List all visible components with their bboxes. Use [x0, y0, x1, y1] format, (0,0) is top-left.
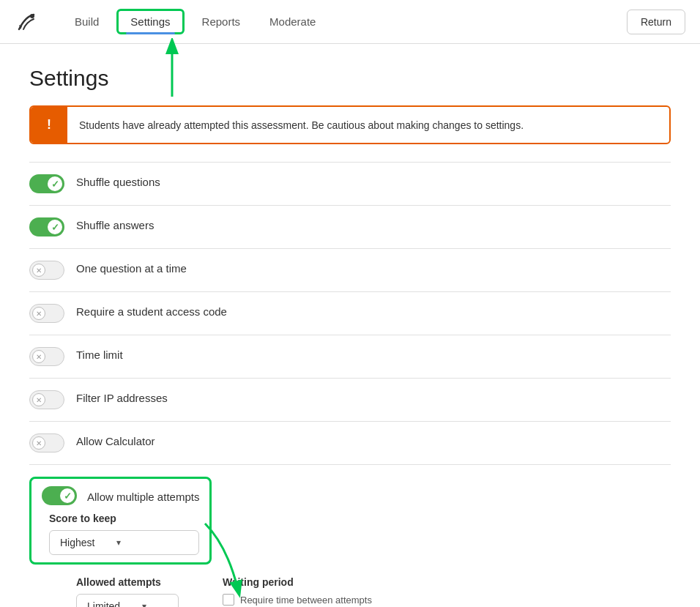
score-to-keep-select[interactable]: Highest ▾ — [49, 530, 199, 555]
setting-time-limit: ✕ Time limit — [29, 335, 671, 379]
multiple-attempts-top: ✓ Allow multiple attempts Score to keep … — [29, 477, 671, 565]
label-multiple-attempts: Allow multiple attempts — [87, 489, 199, 503]
score-to-keep: Score to keep Highest ▾ — [49, 513, 199, 555]
label-access-code: Require a student access code — [76, 304, 227, 318]
setting-access-code: ✕ Require a student access code — [29, 292, 671, 335]
settings-list: ✓ Shuffle questions ✓ Shuffle answers ✕ — [29, 162, 671, 607]
toggle-time-limit[interactable]: ✕ — [29, 347, 64, 366]
score-to-keep-chevron-icon: ▾ — [116, 537, 121, 548]
nav-build[interactable]: Build — [60, 2, 113, 41]
main-content: Settings ! Students have already attempt… — [0, 44, 700, 607]
score-to-keep-value: Highest — [60, 537, 94, 548]
toggle-allow-calculator[interactable]: ✕ — [29, 433, 64, 453]
label-filter-ip: Filter IP addresses — [76, 390, 168, 404]
waiting-period: Waiting period Require time between atte… — [223, 576, 372, 607]
label-one-question: One question at a time — [76, 261, 187, 275]
toggle-access-code[interactable]: ✕ — [29, 304, 64, 323]
setting-filter-ip: ✕ Filter IP addresses — [29, 379, 671, 422]
return-button[interactable]: Return — [627, 10, 685, 34]
label-allow-calculator: Allow Calculator — [76, 433, 155, 447]
toggle-filter-ip[interactable]: ✕ — [29, 390, 64, 409]
allowed-attempts-chevron-icon: ▾ — [142, 601, 146, 607]
label-time-limit: Time limit — [76, 347, 123, 361]
score-to-keep-label: Score to keep — [49, 513, 199, 524]
warning-banner: ! Students have already attempted this a… — [29, 105, 671, 144]
toggle-multiple-attempts[interactable]: ✓ — [42, 486, 77, 505]
allowed-attempts-value: Limited — [87, 600, 120, 607]
warning-icon: ! — [31, 107, 67, 143]
app-logo — [15, 10, 38, 34]
nav-reports[interactable]: Reports — [187, 2, 256, 41]
waiting-period-checkbox-row: Require time between attempts — [223, 594, 372, 606]
nav-links: Build Settings Reports Moderate — [60, 2, 627, 41]
waiting-period-checkbox-label: Require time between attempts — [240, 595, 372, 606]
setting-one-question: ✕ One question at a time — [29, 249, 671, 292]
toggle-shuffle-questions[interactable]: ✓ — [29, 174, 64, 193]
multiple-attempts-sub-settings: Allowed attempts Limited ▾ Attempts 3 ▲ … — [76, 576, 671, 607]
setting-multiple-attempts: ✓ Allow multiple attempts Score to keep … — [29, 465, 671, 607]
label-shuffle-answers: Shuffle answers — [76, 217, 154, 231]
warning-text: Students have already attempted this ass… — [67, 109, 535, 141]
svg-point-0 — [30, 14, 34, 18]
page-title: Settings — [29, 66, 671, 91]
waiting-period-label: Waiting period — [223, 576, 372, 588]
waiting-period-checkbox[interactable] — [223, 594, 234, 606]
nav-moderate[interactable]: Moderate — [255, 2, 330, 41]
label-shuffle-questions: Shuffle questions — [76, 174, 160, 188]
nav-settings[interactable]: Settings — [116, 9, 184, 34]
setting-shuffle-answers: ✓ Shuffle answers — [29, 206, 671, 249]
toggle-one-question[interactable]: ✕ — [29, 261, 64, 280]
allowed-attempts: Allowed attempts Limited ▾ Attempts 3 ▲ … — [76, 576, 179, 607]
toggle-shuffle-answers[interactable]: ✓ — [29, 217, 64, 237]
setting-allow-calculator: ✕ Allow Calculator — [29, 422, 671, 465]
allowed-attempts-label: Allowed attempts — [76, 576, 179, 588]
top-nav: Build Settings Reports Moderate Return — [0, 0, 700, 44]
allowed-attempts-select[interactable]: Limited ▾ — [76, 594, 179, 607]
setting-shuffle-questions: ✓ Shuffle questions — [29, 163, 671, 206]
